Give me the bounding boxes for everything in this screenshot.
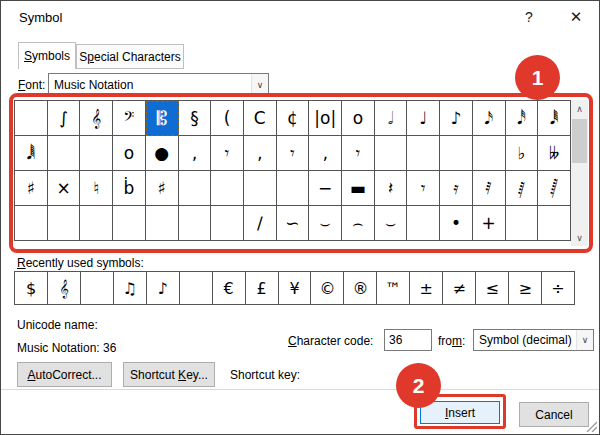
symbol-cell[interactable]: ¢ xyxy=(277,101,310,136)
symbol-cell[interactable]: ⌢ xyxy=(342,206,375,241)
symbol-cell[interactable]: ‚ xyxy=(179,136,212,171)
symbol-cell[interactable]: ® xyxy=(344,272,377,305)
symbol-cell[interactable]: 𝅁 xyxy=(506,171,539,206)
symbol-cell[interactable]: C xyxy=(244,101,277,136)
symbol-cell[interactable] xyxy=(146,206,179,241)
symbol-cell[interactable] xyxy=(277,171,310,206)
tab-special-characters[interactable]: Special Characters xyxy=(76,44,184,69)
symbol-cell[interactable]: ≤ xyxy=(476,272,509,305)
symbol-cell[interactable] xyxy=(211,206,244,241)
symbol-cell[interactable]: 𝅘𝅥𝅯 xyxy=(473,101,506,136)
symbol-cell[interactable]: 𝅘𝅥𝅲 xyxy=(15,136,48,171)
symbol-cell[interactable]: ♯ xyxy=(15,171,48,206)
resize-grip-icon[interactable] xyxy=(585,420,597,432)
symbol-cell[interactable]: ÷ xyxy=(542,272,575,305)
symbol-cell[interactable]: 𝅗𝅥 xyxy=(375,101,408,136)
symbol-cell-selected[interactable]: 𝄡 xyxy=(146,101,179,136)
symbol-cell[interactable] xyxy=(180,272,213,305)
symbol-cell[interactable]: ḃ xyxy=(113,171,146,206)
scrollbar-thumb[interactable] xyxy=(572,119,587,163)
symbol-cell[interactable]: • xyxy=(440,206,473,241)
cancel-button[interactable]: Cancel xyxy=(519,402,589,427)
symbol-cell[interactable]: § xyxy=(179,101,212,136)
symbol-cell[interactable]: ≠ xyxy=(443,272,476,305)
shortcut-key-button[interactable]: Shortcut Key... xyxy=(123,362,215,387)
symbol-cell[interactable]: ♪ xyxy=(147,272,180,305)
help-icon[interactable]: ? xyxy=(514,5,544,29)
symbol-cell[interactable]: ∽ xyxy=(277,206,310,241)
symbol-cell[interactable]: © xyxy=(311,272,344,305)
symbol-cell[interactable]: ♪ xyxy=(440,101,473,136)
symbol-cell[interactable]: ♯ xyxy=(146,171,179,206)
chevron-down-icon[interactable]: ∨ xyxy=(576,330,593,350)
symbol-cell[interactable] xyxy=(506,206,539,241)
symbol-cell[interactable]: 𝄾 xyxy=(211,136,244,171)
symbol-cell[interactable]: ∕ xyxy=(244,206,277,241)
symbol-cell[interactable]: ⌣ xyxy=(309,206,342,241)
symbol-cell[interactable]: ♭ xyxy=(506,136,539,171)
symbol-cell[interactable]: ▬ xyxy=(342,171,375,206)
chevron-down-icon[interactable]: ∨ xyxy=(251,74,268,95)
symbol-cell[interactable]: ♩ xyxy=(407,101,440,136)
symbol-cell[interactable]: ● xyxy=(146,136,179,171)
symbol-cell[interactable] xyxy=(80,206,113,241)
symbol-cell[interactable] xyxy=(538,206,571,241)
symbol-cell[interactable] xyxy=(15,101,48,136)
symbol-cell[interactable]: o xyxy=(342,101,375,136)
symbol-cell[interactable]: 𝄿 xyxy=(440,171,473,206)
symbol-cell[interactable] xyxy=(211,171,244,206)
font-dropdown[interactable]: Music Notation ∨ xyxy=(48,73,269,96)
symbol-cell[interactable]: 𝄞 xyxy=(80,101,113,136)
symbol-cell[interactable]: ( xyxy=(211,101,244,136)
symbol-cell[interactable] xyxy=(407,136,440,171)
symbol-cell[interactable]: £ xyxy=(246,272,279,305)
character-code-input[interactable] xyxy=(384,329,432,351)
symbol-cell[interactable]: × xyxy=(48,171,81,206)
symbol-cell[interactable]: 𝅘𝅥𝅱 xyxy=(538,101,571,136)
symbol-cell[interactable]: ⌣ xyxy=(375,206,408,241)
symbol-cell[interactable]: 𝄫 xyxy=(538,136,571,171)
symbol-cell[interactable]: o xyxy=(113,136,146,171)
symbol-cell[interactable]: ± xyxy=(410,272,443,305)
symbol-cell[interactable] xyxy=(48,136,81,171)
symbol-cell[interactable]: − xyxy=(309,171,342,206)
symbol-cell[interactable]: ≥ xyxy=(509,272,542,305)
from-dropdown[interactable]: Symbol (decimal) ∨ xyxy=(473,329,594,351)
symbol-cell[interactable]: 𝄽 xyxy=(375,171,408,206)
autocorrect-button[interactable]: AutoCorrect... xyxy=(17,362,112,387)
symbol-cell[interactable] xyxy=(407,206,440,241)
symbol-cell[interactable]: 𝄢 xyxy=(113,101,146,136)
symbol-cell[interactable]: 𝄞 xyxy=(48,272,81,305)
symbol-cell[interactable] xyxy=(179,171,212,206)
tab-symbols[interactable]: Symbols xyxy=(18,42,76,69)
symbol-cell[interactable]: 𝄾 xyxy=(407,171,440,206)
symbol-cell[interactable] xyxy=(15,206,48,241)
symbol-cell[interactable]: ‚ xyxy=(244,136,277,171)
symbol-cell[interactable] xyxy=(473,136,506,171)
symbol-cell[interactable] xyxy=(244,171,277,206)
scroll-up-icon[interactable]: ∧ xyxy=(571,100,588,117)
symbol-cell[interactable] xyxy=(179,206,212,241)
symbol-cell[interactable]: |o| xyxy=(309,101,342,136)
insert-button[interactable]: Insert xyxy=(420,401,500,424)
symbol-cell[interactable] xyxy=(81,272,114,305)
symbol-cell[interactable] xyxy=(113,206,146,241)
symbol-cell[interactable]: 𝄾 xyxy=(342,136,375,171)
scrollbar[interactable]: ∧ ∨ xyxy=(571,100,588,246)
symbol-cell[interactable] xyxy=(48,206,81,241)
symbol-cell[interactable]: ™ xyxy=(377,272,410,305)
scroll-down-icon[interactable]: ∨ xyxy=(571,229,588,246)
symbol-cell[interactable]: 𝅀 xyxy=(473,171,506,206)
symbol-cell[interactable]: 𝄾 xyxy=(277,136,310,171)
symbol-cell[interactable]: 𝅘𝅥𝅰 xyxy=(506,101,539,136)
symbol-cell[interactable]: ∫ xyxy=(48,101,81,136)
close-icon[interactable]: ✕ xyxy=(561,5,591,29)
symbol-cell[interactable]: € xyxy=(213,272,246,305)
symbol-cell[interactable] xyxy=(440,136,473,171)
symbol-cell[interactable]: ¥ xyxy=(279,272,312,305)
symbol-cell[interactable] xyxy=(375,136,408,171)
symbol-cell[interactable] xyxy=(80,136,113,171)
symbol-cell[interactable]: ♮ xyxy=(80,171,113,206)
symbol-cell[interactable]: + xyxy=(473,206,506,241)
symbol-cell[interactable]: ♫ xyxy=(114,272,147,305)
